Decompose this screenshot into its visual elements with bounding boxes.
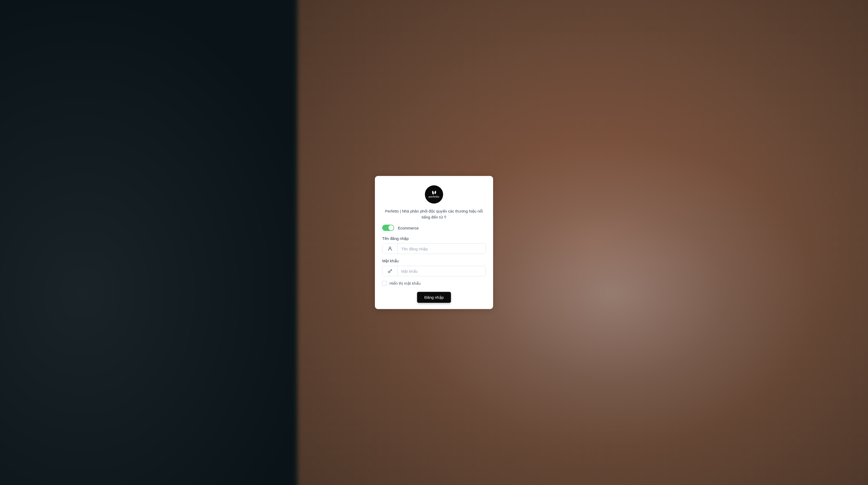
show-password-row: Hiển thị mật khẩu bbox=[382, 281, 486, 286]
page-subtitle: Perfetto | Nhà phân phối độc quyền các t… bbox=[382, 208, 486, 220]
submit-container: Đăng nhập bbox=[382, 292, 486, 303]
username-label: Tên đăng nhập bbox=[382, 236, 486, 241]
steam-icon bbox=[432, 191, 436, 194]
password-group: Mật khẩu bbox=[382, 259, 486, 276]
password-input[interactable] bbox=[398, 266, 486, 276]
brand-name: perfetto bbox=[429, 195, 439, 198]
username-input[interactable] bbox=[398, 244, 486, 254]
toggle-knob bbox=[389, 225, 394, 231]
password-input-wrap bbox=[382, 266, 486, 276]
logo-container: perfetto bbox=[382, 185, 486, 204]
ecommerce-toggle-row: Ecommerce bbox=[382, 225, 486, 231]
ecommerce-toggle-label: Ecommerce bbox=[398, 225, 418, 230]
password-label: Mật khẩu bbox=[382, 259, 486, 263]
svg-point-0 bbox=[389, 247, 391, 249]
login-button[interactable]: Đăng nhập bbox=[417, 292, 451, 303]
ecommerce-toggle[interactable] bbox=[382, 225, 394, 231]
key-icon bbox=[382, 266, 398, 276]
show-password-checkbox[interactable] bbox=[382, 281, 387, 286]
user-icon bbox=[382, 244, 398, 254]
login-card: perfetto Perfetto | Nhà phân phối độc qu… bbox=[375, 176, 493, 309]
username-group: Tên đăng nhập bbox=[382, 236, 486, 254]
show-password-label: Hiển thị mật khẩu bbox=[390, 281, 421, 286]
username-input-wrap bbox=[382, 244, 486, 254]
brand-logo: perfetto bbox=[425, 185, 443, 204]
